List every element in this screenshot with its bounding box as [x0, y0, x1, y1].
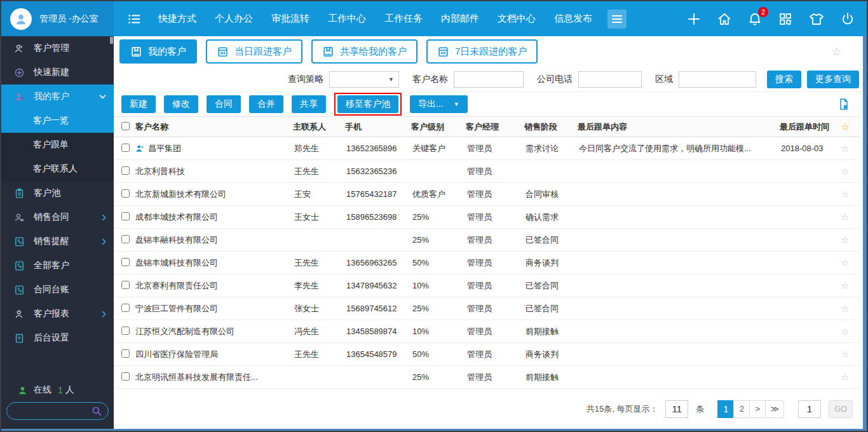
vertical-scrollbar[interactable] — [863, 36, 867, 429]
row-star-icon[interactable]: ☆ — [841, 212, 849, 222]
table-row[interactable]: 宁波巨工管件有限公司 张女士 15689745612 25% 管理员 已签合同 … — [114, 297, 860, 320]
sidebar-item-sales-reminders[interactable]: 销售提醒 — [1, 229, 114, 253]
home-button[interactable] — [717, 11, 732, 27]
row-checkbox[interactable] — [121, 258, 130, 266]
tab-my-customers[interactable]: 我的客户 — [119, 39, 197, 64]
more-query-button[interactable]: 更多查询 — [807, 71, 859, 88]
table-row[interactable]: 四川省医疗保险管理局 王先生 13654548579 50% 管理员 商务谈判 … — [114, 343, 860, 366]
go-button[interactable]: GO — [829, 400, 853, 418]
col-sales-stage[interactable]: 销售阶段 — [524, 117, 578, 137]
row-checkbox[interactable] — [121, 144, 130, 152]
row-checkbox[interactable] — [121, 166, 130, 175]
table-row[interactable]: 昌平集团 郑先生 13652365896 关键客户 管理员 需求讨论 今日同客户… — [114, 137, 860, 160]
sidebar-subitem-customer-list[interactable]: 客户一览 — [1, 109, 114, 133]
notifications-button[interactable]: 2 — [747, 11, 763, 27]
row-star-icon[interactable]: ☆ — [841, 303, 849, 314]
user-menu[interactable]: 管理员 -办公室 — [1, 1, 114, 36]
favorite-star-icon[interactable]: ☆ — [832, 45, 841, 58]
sidebar-subitem-customer-followup[interactable]: 客户跟单 — [1, 133, 114, 157]
sidebar-item-customer-management[interactable]: 客户管理 — [1, 36, 114, 60]
select-all-checkbox[interactable] — [121, 122, 130, 130]
col-customer-level[interactable]: 客户级别 — [411, 117, 466, 137]
merge-button[interactable]: 合并 — [249, 95, 283, 113]
region-input[interactable] — [679, 71, 756, 88]
nav-item-work-center[interactable]: 工作中心 — [328, 13, 366, 25]
tab-today-followup[interactable]: 当日跟进客户 — [206, 39, 302, 64]
row-star-icon[interactable]: ☆ — [841, 280, 849, 291]
search-icon[interactable] — [91, 405, 102, 417]
search-button[interactable]: 搜索 — [767, 71, 801, 88]
apps-button[interactable] — [778, 11, 793, 27]
theme-button[interactable] — [808, 11, 825, 27]
col-last-followup-content[interactable]: 最后跟单内容 — [578, 117, 780, 137]
row-star-icon[interactable]: ☆ — [841, 143, 849, 154]
tab-7day-no-followup[interactable]: 7日未跟进的客户 — [426, 39, 538, 64]
table-row[interactable]: 北京赛利有限责任公司 李先生 13478945632 10% 管理员 已签合同 … — [114, 274, 860, 297]
row-checkbox[interactable] — [121, 372, 130, 381]
nav-item-document-center[interactable]: 文档中心 — [498, 13, 536, 25]
table-row[interactable]: 成都丰城技术有限公司 王女士 15896523698 25% 管理员 确认需求 … — [114, 206, 860, 229]
table-row[interactable]: 北京新城新技术有限公司 王安 15765432187 优质客户 管理员 合同审核… — [114, 183, 860, 206]
nav-item-internal-mail[interactable]: 内部邮件 — [441, 13, 479, 25]
row-checkbox[interactable] — [121, 281, 130, 289]
sidebar-item-sales-contracts[interactable]: 销售合同 — [1, 205, 114, 229]
logout-button[interactable] — [840, 11, 855, 27]
sidebar-item-contract-ledger[interactable]: 合同台账 — [1, 278, 114, 302]
add-button[interactable] — [686, 11, 702, 27]
sidebar-item-my-customers[interactable]: 我的客户 — [1, 84, 114, 109]
nav-item-approval-flow[interactable]: 审批流转 — [271, 13, 309, 25]
move-to-pool-button[interactable]: 移至客户池 — [337, 95, 398, 113]
row-checkbox[interactable] — [121, 349, 130, 358]
row-checkbox[interactable] — [121, 304, 130, 312]
row-star-icon[interactable]: ☆ — [841, 257, 849, 268]
nav-item-work-tasks[interactable]: 工作任务 — [384, 13, 423, 25]
hamburger-menu-button[interactable] — [607, 10, 627, 29]
table-row[interactable]: 北京明讯恒基科技发展有限责任... 25% 管理员 前期接触 ☆ — [114, 366, 860, 389]
col-main-contact[interactable]: 主联系人 — [293, 117, 345, 137]
edit-button[interactable]: 修改 — [164, 95, 198, 113]
row-star-icon[interactable]: ☆ — [841, 189, 849, 199]
export-button[interactable]: 导出... ▼ — [410, 95, 468, 113]
export-settings-icon[interactable] — [837, 98, 850, 111]
nav-item-info-publish[interactable]: 信息发布 — [554, 13, 592, 25]
sidebar-item-customer-reports[interactable]: 客户报表 — [1, 302, 114, 326]
new-button[interactable]: 新建 — [121, 95, 156, 113]
next-page-button[interactable]: > — [749, 400, 766, 418]
contract-button[interactable]: 合同 — [207, 95, 241, 113]
last-page-button[interactable]: ≫ — [765, 400, 784, 418]
nav-item-shortcuts[interactable]: 快捷方式 — [158, 13, 196, 25]
table-row[interactable]: 江苏恒义汽配制造有限公司 冯先生 13458589874 10% 管理员 前期接… — [114, 320, 860, 343]
page-size-input[interactable] — [665, 400, 688, 418]
page-2-button[interactable]: 2 — [733, 400, 750, 418]
row-star-icon[interactable]: ☆ — [841, 372, 849, 382]
row-star-icon[interactable]: ☆ — [841, 234, 849, 245]
tab-shared-with-me[interactable]: 共享给我的客户 — [311, 39, 417, 64]
row-star-icon[interactable]: ☆ — [841, 166, 849, 177]
list-menu-icon[interactable] — [126, 12, 142, 26]
col-customer-name[interactable]: 客户名称 — [135, 117, 293, 137]
nav-item-personal-office[interactable]: 个人办公 — [215, 13, 253, 25]
company-phone-input[interactable] — [578, 71, 642, 88]
col-last-followup-time[interactable]: 最后跟单时间 — [780, 117, 841, 137]
strategy-select[interactable]: ▼ — [329, 71, 399, 88]
page-1-button[interactable]: 1 — [717, 400, 734, 418]
row-checkbox[interactable] — [121, 327, 130, 335]
share-button[interactable]: 共享 — [292, 95, 326, 113]
customer-name-input[interactable] — [454, 71, 524, 88]
sidebar-item-customer-pool[interactable]: 客户池 — [1, 181, 114, 205]
goto-page-input[interactable] — [798, 400, 821, 418]
sidebar-item-backend-settings[interactable]: ¥ 后台设置 — [1, 326, 114, 350]
row-checkbox[interactable] — [121, 212, 130, 220]
row-star-icon[interactable]: ☆ — [841, 326, 849, 337]
table-row[interactable]: 北京利普科技 王先生 15632365236 管理员 ☆ — [114, 160, 860, 183]
col-customer-manager[interactable]: 客户经理 — [466, 117, 524, 137]
table-row[interactable]: 盘锦丰城科技有限公司 王先生 13656963265 50% 管理员 商务谈判 … — [114, 252, 860, 274]
row-star-icon[interactable]: ☆ — [841, 349, 849, 360]
table-row[interactable]: 盘锦丰融科技有限公司 25% 管理员 已签合同 ☆ — [114, 229, 860, 252]
sidebar-subitem-customer-contacts[interactable]: 客户联系人 — [1, 157, 114, 181]
col-mobile[interactable]: 手机 — [345, 117, 411, 137]
sidebar-item-quick-create[interactable]: 快速新建 — [1, 60, 114, 84]
row-checkbox[interactable] — [121, 235, 130, 243]
sidebar-item-all-customers[interactable]: 全部客户 — [1, 253, 114, 278]
header-star-icon[interactable]: ☆ — [841, 121, 850, 132]
